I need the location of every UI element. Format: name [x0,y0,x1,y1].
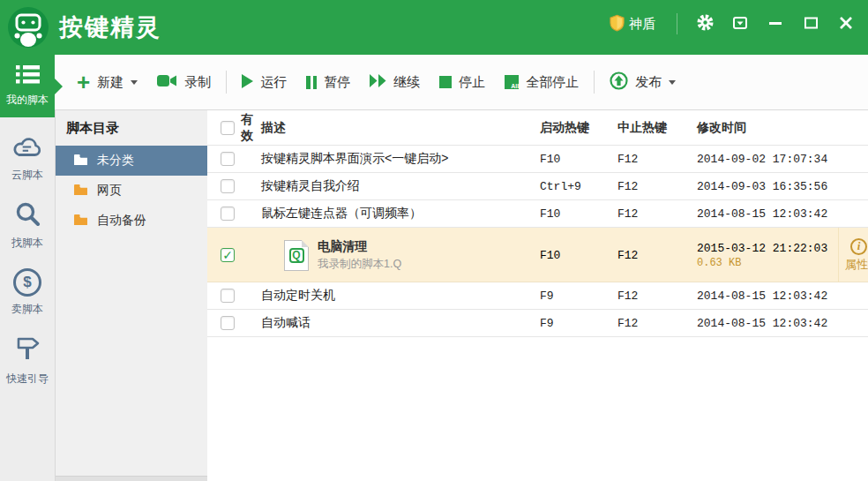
directory-item-web[interactable]: 网页 [56,176,207,206]
script-description: 自动喊话 [261,315,540,331]
row-checkbox[interactable]: ✓ [221,179,235,193]
table-row[interactable]: ✓ 自动定时关机 F9 F12 2014-08-15 12:03:42 [207,282,868,310]
record-button[interactable]: 录制 [147,64,221,100]
shield-button[interactable]: 神盾 [601,11,664,37]
play-icon [242,74,253,91]
run-button[interactable]: 运行 [232,64,296,100]
script-title: 电脑清理 [318,239,401,255]
active-item-pointer [55,79,63,94]
settings-button[interactable] [690,11,720,37]
close-button[interactable] [831,11,861,37]
modified-time: 2014-08-15 12:03:42 [697,207,838,221]
start-hotkey: F10 [540,249,617,262]
directory-item-label: 未分类 [97,153,134,169]
start-hotkey: F9 [540,317,617,330]
sidebar-item-my-scripts[interactable]: 我的脚本 [0,55,55,117]
table-header: ✓ 有效 描述 启动热键 中止热键 修改时间 [207,110,868,146]
stop-all-label: 全部停止 [526,74,579,91]
minimize-button[interactable] [760,11,790,37]
col-valid: 有效 [241,112,261,144]
script-directory-panel: 脚本目录 未分类 网页 自动备份 [55,110,207,481]
table-row[interactable]: ✓ 自动喊话 F9 F12 2014-08-15 12:03:42 [207,310,868,337]
new-script-label: 新建 [97,74,123,91]
panel-scrollbar[interactable] [56,476,207,481]
col-modified: 修改时间 [697,120,838,136]
plus-icon: + [77,73,90,91]
shield-icon [610,14,625,34]
info-icon: i [850,238,867,255]
table-row[interactable]: ✓ 鼠标左键连点器（可调频率） F10 F12 2014-08-15 12:03… [207,200,868,228]
minimize-icon [769,17,782,32]
maximize-icon [804,17,818,32]
toolbar: + 新建 录制 运行 暂停 继续 停止 [55,55,868,110]
table-row[interactable]: ✓ 按键精灵脚本界面演示<一键启动> F10 F12 2014-09-02 17… [207,146,868,173]
select-all-checkbox[interactable]: ✓ [221,121,235,135]
resume-button[interactable]: 继续 [360,64,430,100]
sidebar-item-sell-scripts[interactable]: $ 卖脚本 [0,268,55,317]
sidebar: 我的脚本 云脚本 找脚本 $ 卖脚本 [0,55,55,481]
modified-time: 2014-08-15 12:03:42 [697,317,838,330]
folder-icon [73,154,88,169]
record-label: 录制 [184,74,211,91]
app-title: 按键精灵 [59,11,161,43]
col-abort-hotkey: 中止热键 [617,120,697,136]
publish-label: 发布 [635,74,662,91]
row-checkbox[interactable]: ✓ [221,316,235,330]
row-checkbox[interactable]: ✓ [221,207,235,221]
directory-item-uncategorized[interactable]: 未分类 [56,146,207,176]
table-row-selected[interactable]: ✓ Q 电脑清理 我录制的脚本1.Q F10 F12 2015-03-12 21… [207,228,868,282]
row-checkbox[interactable]: ✓ [221,248,235,262]
abort-hotkey: F12 [617,249,697,262]
sidebar-item-label: 卖脚本 [11,302,43,317]
properties-button[interactable]: i 属性 [838,228,868,282]
table-row[interactable]: ✓ 按键精灵自我介绍 Ctrl+9 F12 2014-09-03 16:35:5… [207,173,868,200]
script-description: 鼠标左键连点器（可调频率） [261,206,540,222]
stop-icon [439,76,452,88]
publish-button[interactable]: 发布 [600,64,685,100]
titlebar: 按键精灵 神盾 [0,0,868,55]
pause-icon [306,76,317,89]
start-hotkey: F10 [540,207,617,221]
sidebar-item-label: 找脚本 [11,236,43,251]
stop-all-button[interactable]: All 全部停止 [495,64,588,100]
directory-title: 脚本目录 [56,110,207,146]
directory-item-label: 网页 [97,183,122,199]
folder-icon [73,184,88,199]
sidebar-item-label: 我的脚本 [6,93,49,108]
modified-time: 2015-03-12 21:22:03 [697,242,838,255]
row-checkbox[interactable]: ✓ [221,152,235,166]
titlebar-divider [677,13,677,34]
abort-hotkey: F12 [617,289,697,303]
publish-icon [610,71,628,93]
cloud-icon [11,135,43,162]
list-icon [16,65,40,87]
stop-label: 停止 [459,74,485,91]
script-table: ✓ 有效 描述 启动热键 中止热键 修改时间 ✓ 按键精灵脚本界面演示<一键启动… [207,110,868,481]
new-script-button[interactable]: + 新建 [67,64,147,100]
camera-icon [157,74,177,90]
chevron-down-icon [131,80,138,85]
abort-hotkey: F12 [617,317,697,330]
properties-label: 属性 [845,257,868,273]
window-caret-icon [733,17,747,32]
script-file-icon: Q [284,240,309,271]
sidebar-item-cloud-scripts[interactable]: 云脚本 [0,135,55,183]
abort-hotkey: F12 [617,207,697,221]
start-hotkey: F10 [540,153,617,166]
row-checkbox[interactable]: ✓ [221,289,235,303]
stop-button[interactable]: 停止 [430,64,495,100]
pause-button[interactable]: 暂停 [296,64,360,100]
start-hotkey: Ctrl+9 [540,180,617,193]
directory-item-auto-backup[interactable]: 自动备份 [56,206,207,236]
modified-time: 2014-08-15 12:03:42 [697,289,838,303]
sidebar-item-find-scripts[interactable]: 找脚本 [0,200,55,251]
maximize-button[interactable] [796,11,826,37]
sidebar-item-label: 快速引导 [6,372,49,387]
file-size: 0.63 KB [697,257,838,269]
sidebar-item-label: 云脚本 [11,168,43,183]
menu-dropdown-button[interactable] [725,11,755,37]
close-icon [840,17,852,32]
directory-item-label: 自动备份 [97,213,146,229]
chevron-down-icon [669,80,676,85]
sidebar-item-quick-guide[interactable]: 快速引导 [0,334,55,387]
